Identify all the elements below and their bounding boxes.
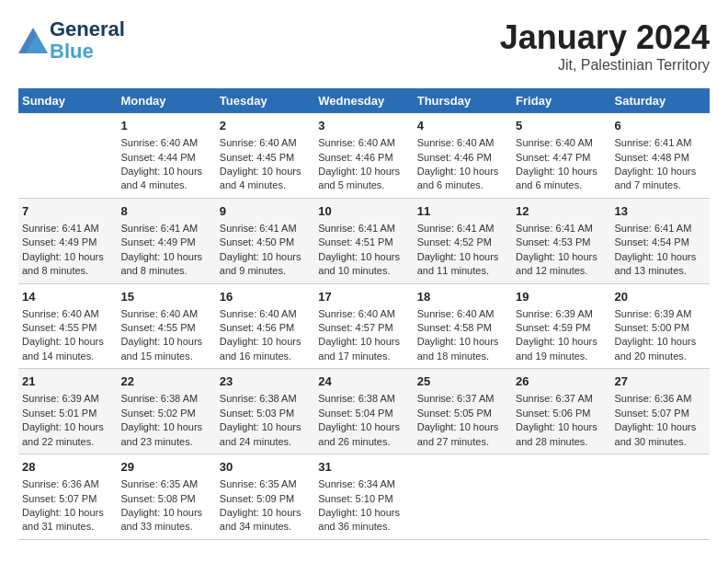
day-cell: 6Sunrise: 6:41 AMSunset: 4:48 PMDaylight… [611, 113, 710, 198]
day-number: 2 [220, 118, 311, 134]
day-cell [611, 454, 710, 540]
column-header-tuesday: Tuesday [216, 88, 314, 113]
day-number: 8 [120, 203, 211, 220]
day-number: 3 [318, 118, 409, 134]
day-cell: 27Sunrise: 6:36 AMSunset: 5:07 PMDayligh… [611, 369, 710, 454]
day-info: Sunrise: 6:40 AMSunset: 4:56 PMDaylight:… [220, 307, 311, 364]
week-row-1: 1Sunrise: 6:40 AMSunset: 4:44 PMDaylight… [18, 113, 710, 198]
day-number: 16 [220, 289, 311, 305]
day-number: 29 [120, 459, 211, 476]
day-number: 9 [220, 203, 311, 220]
day-info: Sunrise: 6:41 AMSunset: 4:49 PMDaylight:… [120, 222, 211, 279]
day-info: Sunrise: 6:40 AMSunset: 4:58 PMDaylight:… [417, 307, 508, 364]
week-row-4: 21Sunrise: 6:39 AMSunset: 5:01 PMDayligh… [18, 369, 710, 454]
logo-text: GeneralBlue [50, 18, 125, 63]
column-header-monday: Monday [117, 88, 215, 113]
day-number: 21 [22, 373, 113, 390]
day-number: 31 [318, 459, 409, 476]
day-info: Sunrise: 6:37 AMSunset: 5:06 PMDaylight:… [516, 392, 607, 449]
day-info: Sunrise: 6:36 AMSunset: 5:07 PMDaylight:… [615, 392, 706, 449]
day-cell: 5Sunrise: 6:40 AMSunset: 4:47 PMDaylight… [512, 113, 610, 198]
day-cell: 4Sunrise: 6:40 AMSunset: 4:46 PMDaylight… [414, 113, 512, 198]
day-info: Sunrise: 6:41 AMSunset: 4:50 PMDaylight:… [220, 222, 311, 279]
column-header-friday: Friday [512, 88, 610, 113]
day-cell: 22Sunrise: 6:38 AMSunset: 5:02 PMDayligh… [117, 369, 215, 454]
column-header-thursday: Thursday [414, 88, 512, 113]
day-cell: 14Sunrise: 6:40 AMSunset: 4:55 PMDayligh… [18, 283, 117, 369]
day-cell: 3Sunrise: 6:40 AMSunset: 4:46 PMDaylight… [314, 113, 413, 198]
day-number: 18 [417, 289, 508, 305]
column-header-sunday: Sunday [18, 88, 117, 113]
day-number: 22 [120, 373, 211, 390]
column-header-saturday: Saturday [611, 88, 710, 113]
day-info: Sunrise: 6:40 AMSunset: 4:55 PMDaylight:… [22, 307, 113, 364]
logo: GeneralBlue [18, 18, 125, 63]
day-cell: 7Sunrise: 6:41 AMSunset: 4:49 PMDaylight… [18, 198, 117, 283]
day-info: Sunrise: 6:39 AMSunset: 5:01 PMDaylight:… [22, 392, 113, 449]
day-number: 26 [516, 373, 607, 390]
day-cell: 26Sunrise: 6:37 AMSunset: 5:06 PMDayligh… [512, 369, 610, 454]
day-number: 12 [516, 203, 607, 220]
day-cell: 23Sunrise: 6:38 AMSunset: 5:03 PMDayligh… [216, 369, 314, 454]
day-info: Sunrise: 6:39 AMSunset: 5:00 PMDaylight:… [615, 307, 706, 364]
day-number: 14 [22, 289, 113, 305]
day-info: Sunrise: 6:35 AMSunset: 5:08 PMDaylight:… [120, 477, 211, 534]
day-cell: 21Sunrise: 6:39 AMSunset: 5:01 PMDayligh… [18, 369, 117, 454]
day-info: Sunrise: 6:40 AMSunset: 4:45 PMDaylight:… [220, 136, 311, 193]
day-cell: 17Sunrise: 6:40 AMSunset: 4:57 PMDayligh… [314, 283, 413, 369]
day-number: 20 [615, 289, 706, 305]
day-info: Sunrise: 6:35 AMSunset: 5:09 PMDaylight:… [220, 477, 311, 534]
day-cell: 19Sunrise: 6:39 AMSunset: 4:59 PMDayligh… [512, 283, 610, 369]
day-cell: 8Sunrise: 6:41 AMSunset: 4:49 PMDaylight… [117, 198, 215, 283]
day-number: 25 [417, 373, 508, 390]
day-cell: 28Sunrise: 6:36 AMSunset: 5:07 PMDayligh… [18, 454, 117, 540]
day-cell [414, 454, 512, 540]
main-title: January 2024 [500, 18, 710, 57]
day-cell: 1Sunrise: 6:40 AMSunset: 4:44 PMDaylight… [117, 113, 215, 198]
day-cell: 9Sunrise: 6:41 AMSunset: 4:50 PMDaylight… [216, 198, 314, 283]
calendar-body: 1Sunrise: 6:40 AMSunset: 4:44 PMDaylight… [18, 113, 710, 539]
day-number: 1 [120, 118, 211, 134]
day-info: Sunrise: 6:40 AMSunset: 4:44 PMDaylight:… [120, 136, 211, 193]
week-row-2: 7Sunrise: 6:41 AMSunset: 4:49 PMDaylight… [18, 198, 710, 283]
day-info: Sunrise: 6:41 AMSunset: 4:53 PMDaylight:… [516, 222, 607, 279]
day-cell: 10Sunrise: 6:41 AMSunset: 4:51 PMDayligh… [314, 198, 413, 283]
calendar-table: SundayMondayTuesdayWednesdayThursdayFrid… [18, 88, 710, 540]
day-info: Sunrise: 6:36 AMSunset: 5:07 PMDaylight:… [22, 477, 113, 534]
day-info: Sunrise: 6:41 AMSunset: 4:54 PMDaylight:… [615, 222, 706, 279]
day-info: Sunrise: 6:41 AMSunset: 4:51 PMDaylight:… [318, 222, 409, 279]
day-info: Sunrise: 6:38 AMSunset: 5:04 PMDaylight:… [318, 392, 409, 449]
day-info: Sunrise: 6:41 AMSunset: 4:49 PMDaylight:… [22, 222, 113, 279]
day-number: 27 [615, 373, 706, 390]
day-cell: 12Sunrise: 6:41 AMSunset: 4:53 PMDayligh… [512, 198, 610, 283]
day-info: Sunrise: 6:37 AMSunset: 5:05 PMDaylight:… [417, 392, 508, 449]
day-cell [512, 454, 610, 540]
title-area: January 2024 Jit, Palestinian Territory [500, 18, 710, 74]
day-number: 13 [615, 203, 706, 220]
day-cell: 13Sunrise: 6:41 AMSunset: 4:54 PMDayligh… [611, 198, 710, 283]
day-number: 6 [615, 118, 706, 134]
day-number: 23 [220, 373, 311, 390]
day-info: Sunrise: 6:40 AMSunset: 4:55 PMDaylight:… [120, 307, 211, 364]
day-info: Sunrise: 6:40 AMSunset: 4:46 PMDaylight:… [318, 136, 409, 193]
day-number: 5 [516, 118, 607, 134]
day-cell: 11Sunrise: 6:41 AMSunset: 4:52 PMDayligh… [414, 198, 512, 283]
day-info: Sunrise: 6:38 AMSunset: 5:02 PMDaylight:… [120, 392, 211, 449]
day-cell [18, 113, 117, 198]
day-info: Sunrise: 6:40 AMSunset: 4:47 PMDaylight:… [516, 136, 607, 193]
day-info: Sunrise: 6:34 AMSunset: 5:10 PMDaylight:… [318, 477, 409, 534]
day-cell: 16Sunrise: 6:40 AMSunset: 4:56 PMDayligh… [216, 283, 314, 369]
day-info: Sunrise: 6:38 AMSunset: 5:03 PMDaylight:… [220, 392, 311, 449]
day-cell: 25Sunrise: 6:37 AMSunset: 5:05 PMDayligh… [414, 369, 512, 454]
day-number: 24 [318, 373, 409, 390]
day-number: 15 [120, 289, 211, 305]
day-info: Sunrise: 6:40 AMSunset: 4:46 PMDaylight:… [417, 136, 508, 193]
day-info: Sunrise: 6:41 AMSunset: 4:48 PMDaylight:… [615, 136, 706, 193]
day-number: 30 [220, 459, 311, 476]
subtitle: Jit, Palestinian Territory [500, 57, 710, 74]
day-cell: 15Sunrise: 6:40 AMSunset: 4:55 PMDayligh… [117, 283, 215, 369]
day-number: 4 [417, 118, 508, 134]
day-number: 10 [318, 203, 409, 220]
page-header: GeneralBlue January 2024 Jit, Palestinia… [18, 18, 710, 74]
day-info: Sunrise: 6:40 AMSunset: 4:57 PMDaylight:… [318, 307, 409, 364]
